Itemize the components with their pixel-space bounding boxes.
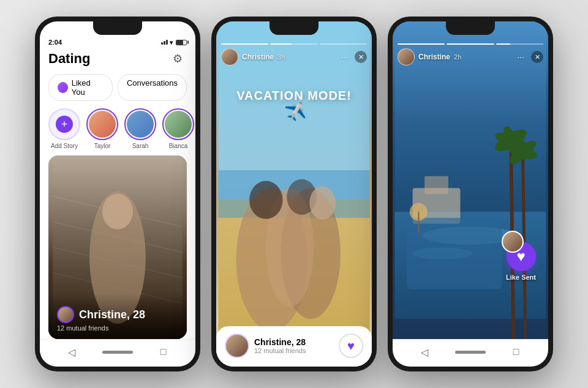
progress-bar-3 <box>320 43 367 45</box>
story-username-2: Christine <box>242 53 274 61</box>
nav-square-button[interactable]: □ <box>154 345 173 359</box>
story-3-bar-2 <box>447 43 494 45</box>
like-sent-label: Like Sent <box>506 274 536 281</box>
nav-bar: ◁ □ <box>40 339 195 367</box>
phone-2: Christine 3h ··· ✕ VACATION MODE! ✈️ Chr <box>211 17 377 371</box>
wifi-icon: ▾ <box>170 39 173 46</box>
story-3-nav-back[interactable]: ◁ <box>415 345 434 359</box>
story-add[interactable]: + Add Story <box>48 108 80 149</box>
story-bianca[interactable]: Bianca <box>162 108 194 149</box>
profile-mutual-text: 12 mutual friends <box>57 324 178 332</box>
vacation-title-text: VACATION MODE! <box>236 89 352 102</box>
profile-card-container: Christine, 28 12 mutual friends <box>40 155 195 339</box>
pool-story-screen: Christine 2h ··· ✕ ♥ Like Sent ◁ <box>393 21 548 367</box>
story-3-user-avatar <box>398 48 415 65</box>
bottom-profile-info-2: Christine, 28 12 mutual friends <box>225 334 306 358</box>
story-ring-taylor <box>86 108 118 140</box>
progress-bar-1 <box>221 43 268 45</box>
phone-2-screen: Christine 3h ··· ✕ VACATION MODE! ✈️ Chr <box>216 21 372 367</box>
svg-point-13 <box>249 181 282 219</box>
stories-row: + Add Story Taylor Sarah <box>40 106 195 155</box>
story-sarah[interactable]: Sarah <box>124 108 156 149</box>
avatar-taylor <box>89 111 116 138</box>
battery-icon <box>176 40 187 45</box>
pool-scene-svg <box>393 21 548 367</box>
signal-icon <box>161 40 168 45</box>
profile-card[interactable]: Christine, 28 12 mutual friends <box>48 155 187 339</box>
story-3-more-button[interactable]: ··· <box>514 50 527 64</box>
story-taylor[interactable]: Taylor <box>86 108 118 149</box>
phone-3: Christine 2h ··· ✕ ♥ Like Sent ◁ <box>388 17 553 371</box>
nav-back-button[interactable]: ◁ <box>62 345 81 359</box>
bottom-name-2: Christine, 28 <box>254 337 306 347</box>
like-sent-badge: ♥ Like Sent <box>506 242 536 281</box>
story-header-actions-3: ··· ✕ <box>514 50 543 64</box>
profile-name-text: Christine, 28 <box>79 308 145 321</box>
dating-screen: 2:04 ▾ Dating ⚙ <box>40 21 195 367</box>
story-time-3: 2h <box>454 53 461 61</box>
add-story-circle: + <box>48 108 80 140</box>
liked-avatar-icon <box>58 82 68 93</box>
progress-fill-2 <box>270 43 292 45</box>
story-3-header: Christine 2h ··· ✕ <box>398 48 543 65</box>
phone-1-screen: 2:04 ▾ Dating ⚙ <box>40 21 195 367</box>
story-ring-bianca <box>162 108 194 140</box>
story-label-taylor: Taylor <box>94 143 111 149</box>
settings-button[interactable]: ⚙ <box>168 50 187 68</box>
tabs-row: Liked You Conversations <box>40 72 195 106</box>
pool-bg <box>393 21 548 367</box>
story-username-3: Christine <box>418 53 450 61</box>
avatar-sarah <box>127 111 154 138</box>
story-label-bianca: Bianca <box>169 143 188 149</box>
svg-point-6 <box>102 194 133 229</box>
airplane-emoji: ✈️ <box>284 100 307 124</box>
story-user-avatar <box>221 48 238 65</box>
like-sender-avatar <box>502 231 524 253</box>
story-more-button[interactable]: ··· <box>337 50 351 64</box>
story-3-fill-2 <box>447 43 494 45</box>
tab-liked-you[interactable]: Liked You <box>48 74 113 101</box>
svg-point-15 <box>309 186 336 219</box>
tab-liked-you-label: Liked You <box>72 78 104 97</box>
phone-3-screen: Christine 2h ··· ✕ ♥ Like Sent ◁ <box>393 21 548 367</box>
tab-conversations[interactable]: Conversations <box>118 74 187 101</box>
phone-2-notch <box>270 21 318 35</box>
story-3-progress <box>398 43 543 45</box>
nav-home-pill[interactable] <box>102 351 133 354</box>
progress-bar-2 <box>270 43 317 45</box>
svg-rect-28 <box>424 176 448 194</box>
story-3-nav-home[interactable] <box>455 351 486 354</box>
time-display: 2:04 <box>48 39 62 46</box>
story-2-profile-card: Christine, 28 12 mutual friends ♥ <box>216 326 372 367</box>
avatar-bianca <box>165 111 192 138</box>
status-icons: ▾ <box>161 39 187 46</box>
bottom-mutual-2: 12 mutual friends <box>254 347 306 354</box>
heart-button-2[interactable]: ♥ <box>339 334 363 358</box>
story-progress-bars <box>221 43 367 45</box>
bottom-text-2: Christine, 28 12 mutual friends <box>254 337 306 354</box>
story-close-button[interactable]: ✕ <box>355 51 367 63</box>
story-2-header: Christine 3h ··· ✕ <box>221 48 367 65</box>
phone-1-notch <box>93 21 142 35</box>
beach-scene <box>216 21 372 367</box>
bottom-avatar-2 <box>225 334 249 358</box>
story-ring-sarah <box>124 108 156 140</box>
story-3-close-button[interactable]: ✕ <box>531 51 543 63</box>
tab-conversations-label: Conversations <box>127 78 178 88</box>
phone-3-notch <box>446 21 495 35</box>
story-header-actions-2: ··· ✕ <box>337 50 367 64</box>
story-3-fill-1 <box>398 43 445 45</box>
vacation-text-overlay: VACATION MODE! ✈️ <box>225 89 363 122</box>
story-3-bar-3 <box>496 43 543 45</box>
profile-avatar-small <box>57 306 74 323</box>
story-3-bar-1 <box>398 43 445 45</box>
story-3-user-info: Christine 2h <box>398 48 461 65</box>
progress-fill-1 <box>221 43 268 45</box>
like-heart-container: ♥ <box>507 242 536 271</box>
add-story-label: Add Story <box>51 143 78 149</box>
story-time-2: 3h <box>277 53 285 61</box>
app-title: Dating <box>48 51 90 67</box>
vacation-story-screen: Christine 3h ··· ✕ VACATION MODE! ✈️ Chr <box>216 21 372 367</box>
story-3-nav-square[interactable]: □ <box>507 345 526 359</box>
battery-fill <box>176 40 183 45</box>
